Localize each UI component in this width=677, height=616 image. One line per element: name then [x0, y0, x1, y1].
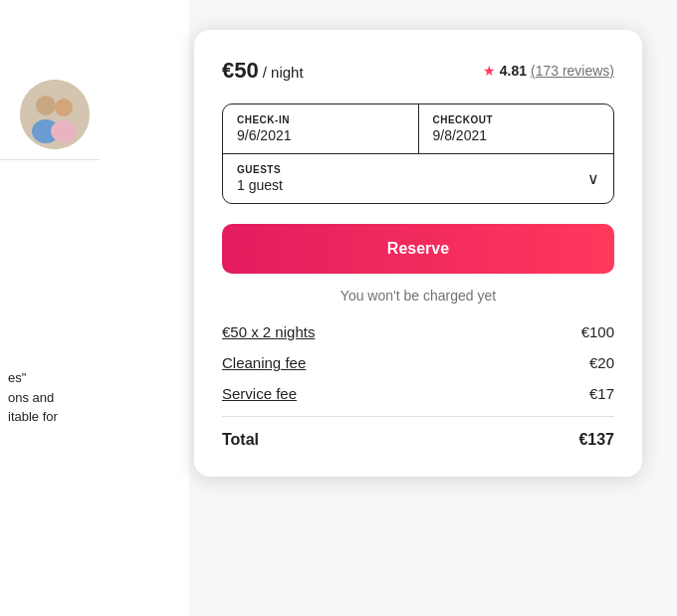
fee-value-0: €100 — [581, 323, 614, 340]
reserve-button[interactable]: Reserve — [222, 224, 614, 274]
date-guest-grid: CHECK-IN 9/6/2021 CHECKOUT 9/8/2021 GUES… — [222, 103, 614, 204]
fee-line-1: Cleaning fee €20 — [222, 354, 614, 371]
total-value: €137 — [578, 431, 614, 449]
total-row: Total €137 — [222, 431, 614, 449]
price-per-night: / night — [263, 64, 304, 81]
fee-value-1: €20 — [589, 354, 614, 371]
rating-block: ★ 4.81 (173 reviews) — [483, 63, 614, 79]
left-panel: es" ons and itable for — [0, 0, 189, 616]
guests-row[interactable]: GUESTS 1 guest ∨ — [223, 154, 613, 203]
fee-label-0[interactable]: €50 x 2 nights — [222, 323, 315, 340]
fee-label-1[interactable]: Cleaning fee — [222, 354, 306, 371]
fee-label-2[interactable]: Service fee — [222, 385, 297, 402]
reviews-link[interactable]: (173 reviews) — [531, 63, 614, 79]
avatar — [20, 80, 90, 149]
left-text-line-1: es" — [8, 368, 92, 388]
checkout-label: CHECKOUT — [433, 114, 600, 125]
booking-card: €50 / night ★ 4.81 (173 reviews) CHECK-I… — [194, 30, 642, 477]
not-charged-text: You won't be charged yet — [222, 288, 614, 304]
star-icon: ★ — [483, 63, 496, 79]
left-text-line-3: itable for — [8, 407, 92, 427]
checkout-cell[interactable]: CHECKOUT 9/8/2021 — [419, 104, 614, 153]
fee-line-0: €50 x 2 nights €100 — [222, 323, 614, 340]
svg-point-4 — [51, 120, 77, 142]
price-block: €50 / night — [222, 58, 304, 84]
checkin-label: CHECK-IN — [237, 114, 404, 125]
fee-line-2: Service fee €17 — [222, 385, 614, 402]
checkin-cell[interactable]: CHECK-IN 9/6/2021 — [223, 104, 419, 153]
guests-info: GUESTS 1 guest — [237, 164, 283, 193]
left-text-line-2: ons and — [8, 388, 92, 408]
card-header: €50 / night ★ 4.81 (173 reviews) — [222, 58, 614, 84]
svg-point-1 — [36, 96, 56, 115]
left-divider-top — [0, 159, 100, 160]
fees-section: €50 x 2 nights €100 Cleaning fee €20 Ser… — [222, 323, 614, 402]
total-divider — [222, 416, 614, 417]
left-text-block: es" ons and itable for — [0, 368, 100, 427]
total-label: Total — [222, 431, 259, 449]
checkout-value: 9/8/2021 — [433, 127, 600, 143]
chevron-down-icon: ∨ — [587, 169, 599, 188]
guests-value: 1 guest — [237, 177, 283, 193]
guests-label: GUESTS — [237, 164, 283, 175]
checkin-value: 9/6/2021 — [237, 127, 404, 143]
fee-value-2: €17 — [589, 385, 614, 402]
price-amount: €50 — [222, 58, 259, 84]
rating-value: 4.81 — [500, 63, 527, 79]
svg-point-3 — [55, 99, 73, 116]
date-row: CHECK-IN 9/6/2021 CHECKOUT 9/8/2021 — [223, 104, 613, 154]
